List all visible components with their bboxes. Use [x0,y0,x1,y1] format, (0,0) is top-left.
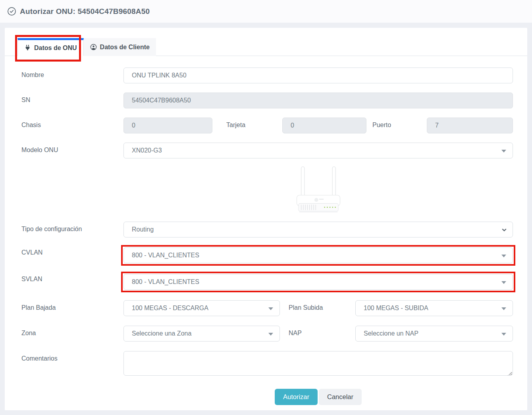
nombre-input[interactable] [123,68,513,83]
chasis-label: Chasis [5,118,123,133]
plan-subida-label: Plan Subida [280,300,355,316]
nap-dropdown[interactable]: Seleccione un NAP [355,326,513,342]
row-zona-nap: Zona Seleccione una Zona NAP Seleccione … [5,326,527,342]
person-circle-icon [90,44,97,50]
puerto-label: Puerto [366,118,427,133]
nap-placeholder: Seleccione un NAP [364,330,418,337]
plan-bajada-label: Plan Bajada [5,300,123,316]
tab-bar: Datos de ONU Datos de Cliente [5,28,527,56]
row-sn: SN [5,93,527,108]
chasis-input [123,118,212,133]
row-comentarios: Comentarios [5,351,527,377]
cancelar-button[interactable]: Cancelar [319,389,362,405]
dropdown-caret-icon [501,333,506,336]
dropdown-caret-icon [268,307,273,310]
sn-input [123,93,513,108]
row-chasis-tarjeta-puerto: Chasis Tarjeta Puerto [5,118,527,133]
plan-subida-dropdown[interactable]: 100 MEGAS - SUBIDA [355,300,513,316]
comentarios-textarea[interactable] [123,351,513,376]
dropdown-caret-icon [268,333,273,336]
tab-label: Datos de Cliente [100,44,150,51]
annotation-box-cvlan: 800 - VLAN_CLIENTES [121,245,515,266]
nap-label: NAP [280,326,355,342]
dropdown-caret-icon [501,255,506,257]
tipo-configuracion-select[interactable]: Routing [123,222,513,237]
row-modelo-onu: Modelo ONU XN020-G3 [5,143,527,158]
zona-dropdown[interactable]: Seleccione una Zona [123,326,280,342]
authorize-onu-panel: Datos de ONU Datos de Cliente Nombre SN [5,28,527,410]
row-cvlan: CVLAN 800 - VLAN_CLIENTES [5,245,527,266]
onu-device-image [296,166,341,214]
row-tipo-configuracion: Tipo de configuración Routing [5,222,527,237]
modelo-onu-value: XN020-G3 [132,147,162,154]
tipo-configuracion-label: Tipo de configuración [5,222,123,237]
autorizar-button[interactable]: Autorizar [275,389,318,405]
tarjeta-input [282,118,366,133]
modelo-onu-label: Modelo ONU [5,143,123,158]
sn-label: SN [5,93,123,108]
tab-label: Datos de ONU [34,44,77,52]
svlan-value: 800 - VLAN_CLIENTES [132,278,199,286]
plan-subida-value: 100 MEGAS - SUBIDA [364,305,428,312]
modelo-onu-dropdown[interactable]: XN020-G3 [123,143,513,158]
plug-icon [24,44,31,51]
nombre-label: Nombre [5,68,123,83]
comentarios-label: Comentarios [5,351,123,377]
svlan-label: SVLAN [5,272,123,292]
dropdown-caret-icon [501,150,506,152]
dropdown-caret-icon [501,307,506,310]
zona-placeholder: Seleccione una Zona [132,330,191,337]
check-circle-icon [7,7,16,16]
row-svlan: SVLAN 800 - VLAN_CLIENTES [5,272,527,292]
tab-datos-de-cliente[interactable]: Datos de Cliente [84,38,156,56]
page-header: Autorizar ONU: 54504C47B9608A50 [0,0,532,23]
plan-bajada-dropdown[interactable]: 100 MEGAS - DESCARGA [123,300,280,316]
tipo-configuracion-value: Routing [132,226,154,233]
chevron-down-icon [501,227,507,233]
cvlan-label: CVLAN [5,245,123,266]
cvlan-value: 800 - VLAN_CLIENTES [132,252,199,259]
plan-bajada-value: 100 MEGAS - DESCARGA [132,305,208,312]
row-device-image [5,166,527,214]
row-nombre: Nombre [5,68,527,83]
form-actions: Autorizar Cancelar [123,389,513,405]
cvlan-dropdown[interactable]: 800 - VLAN_CLIENTES [123,247,513,263]
puerto-input [427,118,513,133]
page-title: Autorizar ONU: 54504C47B9608A50 [20,7,150,16]
zona-label: Zona [5,326,123,342]
dropdown-caret-icon [501,281,506,284]
annotation-box-svlan: 800 - VLAN_CLIENTES [121,272,515,292]
row-planes: Plan Bajada 100 MEGAS - DESCARGA Plan Su… [5,300,527,316]
onu-form: Nombre SN Chasis Tarjeta Puerto [5,56,527,405]
tab-datos-de-onu[interactable]: Datos de ONU [17,38,84,56]
svlan-dropdown[interactable]: 800 - VLAN_CLIENTES [123,274,513,290]
tarjeta-label: Tarjeta [212,118,282,133]
